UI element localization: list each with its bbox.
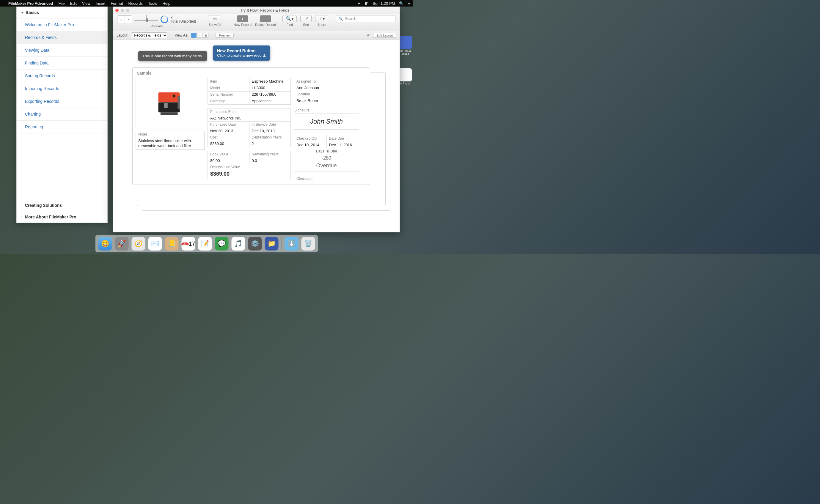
help-item-charting[interactable]: Charting — [17, 108, 107, 121]
trash-icon[interactable]: 🗑️ — [301, 237, 315, 251]
show-all-button[interactable]: ▭ — [209, 15, 220, 22]
depreciation-value-field[interactable]: Depreciation Value $369.00 — [207, 164, 291, 179]
notification-icon[interactable]: ◧ — [365, 1, 368, 6]
help-section-creating[interactable]: › Creating Solutions — [17, 200, 107, 211]
menu-file[interactable]: File — [59, 1, 65, 6]
delete-record-button[interactable]: － — [260, 15, 271, 22]
menu-extras-icon[interactable]: ≡ — [408, 1, 410, 6]
assigned-to-field[interactable]: Assigned ToAnn Johnson — [294, 78, 359, 91]
help-item-importing[interactable]: Importing Records — [17, 82, 107, 95]
app-name[interactable]: FileMaker Pro Advanced — [8, 1, 53, 6]
search-input[interactable]: 🔍 Search — [336, 15, 395, 22]
cost-field[interactable]: Cost$369.00 — [207, 134, 249, 147]
toolbar: ‹ › 1 7 Total (Unsorted) Records ▭ Show … — [113, 14, 399, 31]
help-item-viewing[interactable]: Viewing Data — [17, 44, 107, 57]
close-icon[interactable] — [115, 9, 119, 12]
help-item-reporting[interactable]: Reporting — [17, 121, 107, 133]
status-icon[interactable]: ✦ — [357, 1, 360, 6]
espresso-machine-icon — [152, 85, 188, 121]
location-field[interactable]: LocationBreak Room — [294, 91, 359, 104]
menu-insert[interactable]: Insert — [96, 1, 106, 6]
messages-icon[interactable]: 💬 — [215, 237, 229, 251]
menu-records[interactable]: Records — [128, 1, 143, 6]
help-section-more[interactable]: › More About FileMaker Pro — [17, 211, 107, 223]
help-item-welcome[interactable]: Welcome to FileMaker Pro — [17, 18, 107, 31]
service-date-field[interactable]: In Service DateDec 10, 2013 — [249, 121, 291, 134]
checked-in-field[interactable]: Checked In — [294, 175, 359, 182]
field-value: Break Room — [294, 97, 359, 104]
layout-label: Layout: — [117, 33, 128, 37]
new-record-button[interactable]: ＋ — [237, 15, 248, 22]
clock[interactable]: Sun 1:20 PM — [372, 1, 395, 6]
record-slider[interactable]: 1 — [134, 17, 158, 21]
view-list-button[interactable]: ≡ — [197, 33, 202, 38]
share-button[interactable]: ⇧▾ — [315, 15, 328, 22]
category-field[interactable]: Appliances — [249, 98, 291, 105]
filemaker-app-icon — [399, 36, 412, 49]
item-image[interactable] — [136, 78, 204, 128]
svg-rect-2 — [160, 112, 178, 115]
safari-icon[interactable]: 🧭 — [132, 237, 145, 251]
field-label: Notes — [136, 131, 204, 138]
date-due-field[interactable]: Date DueDec 11, 2016 — [327, 135, 359, 148]
item-field[interactable]: Espresso Machine — [249, 78, 291, 85]
settings-icon[interactable]: ⚙️ — [248, 237, 262, 251]
purchased-date-field[interactable]: Purchased DateNov 30, 2013 — [207, 121, 249, 134]
help-section-basics[interactable]: ▾ Basics — [17, 7, 107, 18]
prev-record-button[interactable]: ‹ — [117, 16, 125, 23]
spotlight-icon[interactable]: 🔍 — [399, 1, 404, 6]
notes-icon[interactable]: 📝 — [198, 237, 212, 251]
view-form-button[interactable]: ▭ — [191, 33, 196, 38]
contacts-icon[interactable]: 📒 — [165, 237, 179, 251]
notes-field[interactable]: Notes Stainless steel lined boiler with … — [136, 131, 204, 150]
remaining-years-field[interactable]: Remaining Years0.0 — [249, 151, 291, 164]
help-section-title: More About FileMaker Pro — [25, 215, 76, 219]
field-value: $369.00 — [208, 141, 249, 147]
menu-tools[interactable]: Tools — [148, 1, 157, 6]
preview-button[interactable]: Preview — [215, 33, 234, 38]
purchased-from-field[interactable]: Purchased From A-Z Networks Inc. — [207, 108, 291, 122]
edit-layout-button[interactable]: Edit Layout — [373, 33, 396, 38]
launchpad-icon[interactable]: 🚀 — [115, 237, 129, 251]
help-item-records-fields[interactable]: Records & Fields — [17, 31, 107, 44]
checked-out-field[interactable]: Checked OutDec 10, 2014 — [294, 135, 327, 148]
pie-status-icon[interactable] — [159, 15, 169, 24]
model-field[interactable]: LH3000 — [249, 85, 291, 92]
itunes-icon[interactable]: 🎵 — [232, 237, 245, 251]
mail-icon[interactable]: ✉️ — [148, 237, 162, 251]
sort-button[interactable]: ↓ᴬ — [300, 15, 311, 22]
finder-icon[interactable]: 😀 — [98, 237, 112, 251]
minimize-icon[interactable] — [121, 9, 124, 12]
filemaker-dock-icon[interactable]: 📁 — [265, 237, 278, 251]
menu-format[interactable]: Format — [111, 1, 123, 6]
book-value-field[interactable]: Book Value$0.00 — [207, 151, 249, 164]
macos-menubar: FileMaker Pro Advanced File Edit View In… — [0, 0, 413, 7]
desktop-app-icon[interactable]: ker Pro 16 anced — [398, 36, 412, 55]
text-format-icon[interactable]: Aᵃ — [367, 33, 371, 37]
help-item-finding[interactable]: Finding Data — [17, 57, 107, 70]
next-record-button[interactable]: › — [125, 16, 132, 23]
signature-value: John Smith — [310, 118, 343, 125]
desktop-file-icon[interactable]: ts.fmp12 — [398, 68, 412, 85]
find-button[interactable]: 🔍▾ — [282, 15, 297, 22]
svg-rect-1 — [158, 103, 180, 113]
downloads-icon[interactable]: ⬇️ — [285, 237, 298, 251]
menu-view[interactable]: View — [82, 1, 90, 6]
zoom-icon[interactable] — [126, 9, 129, 12]
layout-select[interactable]: Records & Fields — [131, 32, 167, 38]
calendar-icon[interactable]: SEP17 — [182, 237, 195, 251]
menu-help[interactable]: Help — [162, 1, 170, 6]
view-table-button[interactable]: ▦ — [203, 33, 208, 38]
signature-field[interactable]: John Smith — [294, 114, 359, 130]
toolbar-label-showall: Show All — [208, 23, 221, 26]
menu-edit[interactable]: Edit — [70, 1, 76, 6]
field-label: Model — [207, 85, 249, 92]
help-item-sorting[interactable]: Sorting Records — [17, 70, 107, 82]
depreciation-years-field[interactable]: Depreciation Years2 — [249, 134, 291, 147]
field-label: Checked In — [294, 175, 359, 182]
help-item-exporting[interactable]: Exporting Records — [17, 95, 107, 108]
field-label: Date Due — [327, 135, 359, 142]
svg-point-3 — [173, 95, 176, 97]
serial-field[interactable]: 2267155789A — [249, 91, 291, 98]
svg-rect-0 — [158, 92, 180, 103]
